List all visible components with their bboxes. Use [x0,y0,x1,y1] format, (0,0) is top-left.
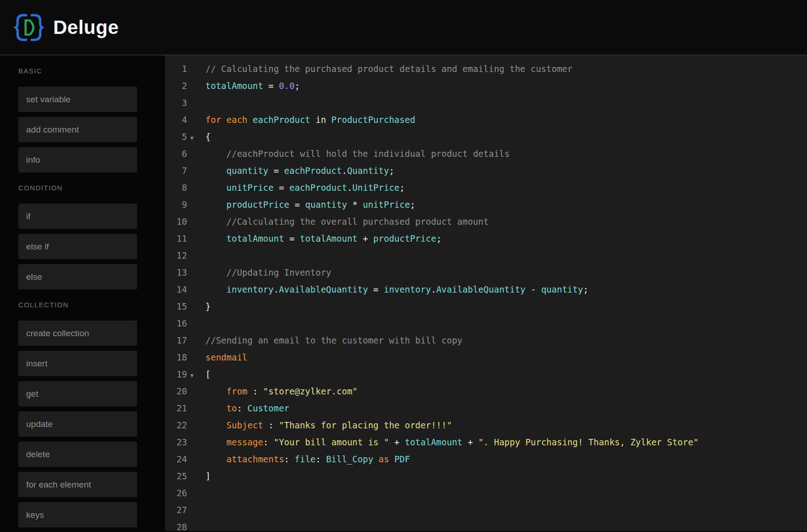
code-line[interactable]: 10 //Calculating the overall purchased p… [165,213,807,230]
code-line[interactable]: 11 totalAmount = totalAmount + productPr… [165,230,807,247]
token-pl: . [347,183,352,193]
token-id: unitPrice [227,183,274,193]
code-line[interactable]: 6 //eachProduct will hold the individual… [165,145,807,162]
code-line[interactable]: 1// Calculating the purchased product de… [165,61,807,78]
code-editor[interactable]: 1// Calculating the purchased product de… [165,55,807,531]
token-kw: message [227,437,263,447]
snippet-button-info[interactable]: info [18,147,137,172]
section-label-collection: COLLECTION [18,300,165,310]
code-line[interactable]: 21 to: Customer [165,400,807,417]
token-pl [205,454,227,464]
line-number: 8 [165,179,187,196]
code-line[interactable]: 12 [165,247,807,264]
code-line[interactable]: 2totalAmount = 0.0; [165,78,807,94]
fold-cell [187,332,205,349]
code-text: to: Customer [205,400,289,417]
fold-cell: ▼ [187,128,205,145]
fold-cell [187,230,205,247]
code-line[interactable]: 5▼{ [165,128,807,145]
code-line[interactable]: 13 //Updating Inventory [165,264,807,281]
fold-cell [187,61,205,78]
code-line[interactable]: 14 inventory.AvailableQuantity = invento… [165,281,807,298]
token-pl: : [237,403,248,413]
line-number: 11 [165,230,187,247]
token-kw: Subject [227,420,263,430]
code-line[interactable]: 24 attachments: file: Bill_Copy as PDF [165,451,807,468]
token-kw: attachments [227,454,284,464]
token-cm: //Updating Inventory [227,267,332,277]
fold-marker-icon[interactable]: ▼ [190,372,193,379]
code-line[interactable]: 3 [165,94,807,111]
code-text: attachments: file: Bill_Copy as PDF [205,451,410,468]
token-id: AvailableQuantity [279,284,368,294]
code-line[interactable]: 20 from : "store@zylker.com" [165,383,807,400]
code-line[interactable]: 9 productPrice = quantity * unitPrice; [165,196,807,213]
line-number: 19 [165,366,187,383]
token-pl: = [289,200,305,210]
code-line[interactable]: 19▼[ [165,366,807,383]
code-line[interactable]: 17//Sending an email to the customer wit… [165,332,807,349]
snippet-button-if[interactable]: if [18,204,137,229]
token-kw: from [227,386,248,396]
code-line[interactable]: 4for each eachProduct in ProductPurchase… [165,111,807,128]
sidebar: BASICset variableadd commentinfoCONDITIO… [0,55,165,531]
token-id: eachProduct [284,166,342,176]
token-id: inventory [384,284,431,294]
snippet-button-else-if[interactable]: else if [18,234,137,259]
snippet-button-keys[interactable]: keys [18,502,137,527]
code-line[interactable]: 28 [165,519,807,531]
line-number: 13 [165,264,187,281]
token-pl: + [389,437,404,447]
token-id: UnitPrice [352,183,399,193]
code-line[interactable]: 27 [165,502,807,519]
snippet-button-add-comment[interactable]: add comment [18,117,137,142]
code-line[interactable]: 23 message: "Your bill amount is " + tot… [165,434,807,451]
app-header: Deluge [0,0,807,55]
code-line[interactable]: 26 [165,485,807,502]
token-id: Quantity [347,166,389,176]
snippet-button-get[interactable]: get [18,381,137,406]
fold-cell [187,434,205,451]
code-text: } [205,298,210,315]
token-pl: : [263,420,279,430]
code-line[interactable]: 25] [165,468,807,485]
code-line[interactable]: 15} [165,298,807,315]
snippet-button-for-each-element[interactable]: for each element [18,472,137,497]
token-pl [205,386,227,396]
fold-marker-icon[interactable]: ▼ [190,135,193,141]
snippet-button-insert[interactable]: insert [18,351,137,376]
fold-cell [187,502,205,519]
token-st: "Your bill amount is " [274,437,389,447]
fold-cell [187,196,205,213]
code-text: for each eachProduct in ProductPurchased [205,111,415,128]
snippet-button-create-collection[interactable]: create collection [18,321,137,346]
line-number: 28 [165,519,187,531]
token-pl: ; [583,284,588,294]
token-st: "Thanks for placing the order!!!" [279,420,452,430]
token-id: ProductPurchased [332,115,415,125]
code-line[interactable]: 7 quantity = eachProduct.Quantity; [165,162,807,179]
token-pl: . [274,284,279,294]
token-id: productPrice [227,200,289,210]
fold-cell: ▼ [187,366,205,383]
token-pl: + [463,437,478,447]
snippet-button-update[interactable]: update [18,411,137,437]
code-text: message: "Your bill amount is " + totalA… [205,434,698,451]
token-pl: = [268,166,284,176]
snippet-button-delete[interactable]: delete [18,442,137,467]
snippet-button-set-variable[interactable]: set variable [18,87,137,112]
code-line[interactable]: 16 [165,315,807,332]
code-text: //eachProduct will hold the individual p… [205,145,509,162]
code-line[interactable]: 18sendmail [165,349,807,366]
line-number: 6 [165,145,187,162]
code-line[interactable]: 8 unitPrice = eachProduct.UnitPrice; [165,179,807,196]
token-kw: sendmail [205,352,248,362]
line-number: 12 [165,247,187,264]
line-number: 16 [165,315,187,332]
token-pl [205,200,227,210]
fold-cell [187,417,205,434]
snippet-button-else[interactable]: else [18,264,137,289]
token-id: quantity [305,200,347,210]
line-number: 20 [165,383,187,400]
code-line[interactable]: 22 Subject : "Thanks for placing the ord… [165,417,807,434]
